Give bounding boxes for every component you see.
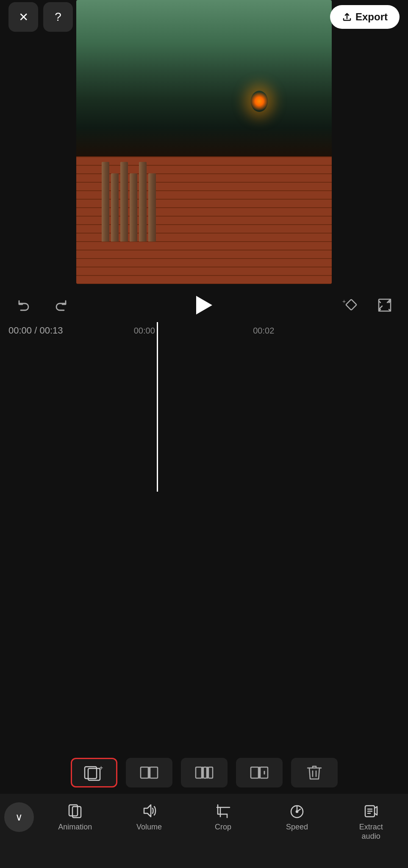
clip-add-icon: + [84, 764, 104, 781]
split-right-button[interactable] [236, 758, 283, 787]
close-button[interactable]: ✕ [8, 2, 38, 32]
extract-audio-icon [363, 802, 380, 819]
trash-icon [307, 765, 322, 781]
time-mark-1: 00:00 [134, 326, 155, 336]
fence [102, 128, 191, 242]
chevron-down-icon: ∨ [15, 811, 23, 823]
split-left-button[interactable] [126, 758, 172, 787]
header: ✕ ? Export [0, 0, 408, 34]
speed-label: Speed [286, 823, 308, 832]
split-left-icon [140, 765, 158, 780]
bottom-nav: ∨ Animation Volume [0, 794, 408, 868]
time-mark-2: 00:02 [253, 326, 274, 336]
speed-icon [289, 802, 305, 819]
fence-post [120, 162, 128, 242]
split-right-icon [250, 765, 269, 780]
fence-post [148, 173, 156, 242]
help-icon: ? [55, 10, 61, 24]
nav-item-volume[interactable]: Volume [132, 802, 166, 832]
clip-add-tool-button[interactable]: + [71, 758, 117, 787]
redo-button[interactable] [51, 295, 72, 316]
lantern-glow [251, 91, 268, 112]
undo-redo-controls [13, 295, 72, 316]
svg-text:+: + [342, 298, 346, 305]
play-button[interactable] [192, 292, 217, 318]
time-marks: 00:00 00:02 [0, 326, 408, 336]
crop-icon [214, 802, 231, 819]
view-controls: + [340, 295, 395, 316]
nav-item-animation[interactable]: Animation [58, 802, 92, 832]
playback-controls: + [0, 288, 408, 322]
export-label: Export [355, 11, 388, 23]
timeline-header: 00:00 / 00:13 00:00 00:02 [0, 322, 408, 339]
nav-items: Animation Volume Crop [38, 802, 408, 841]
undo-icon [16, 298, 31, 313]
svg-rect-14 [251, 767, 258, 778]
export-icon [342, 12, 352, 22]
nav-item-speed[interactable]: Speed [280, 802, 314, 832]
bottom-toolbar: + [0, 754, 408, 792]
keyframe-button[interactable]: + [340, 295, 361, 316]
play-icon [196, 296, 212, 314]
delete-tool-button[interactable] [291, 758, 338, 787]
fence-post [139, 162, 147, 242]
volume-icon [141, 802, 158, 819]
close-icon: ✕ [19, 10, 28, 24]
split-center-button[interactable] [181, 758, 228, 787]
svg-rect-11 [203, 767, 207, 778]
fullscreen-icon [377, 298, 392, 313]
nav-item-extract-audio[interactable]: Extractaudio [354, 802, 388, 841]
svg-marker-22 [144, 805, 151, 817]
animation-icon [67, 802, 83, 819]
nav-item-crop[interactable]: Crop [206, 802, 240, 832]
crop-label: Crop [215, 823, 231, 832]
svg-rect-9 [196, 767, 202, 778]
fence-post [102, 162, 109, 242]
playhead [157, 322, 158, 492]
collapse-button[interactable]: ∨ [4, 802, 34, 832]
svg-rect-6 [141, 767, 148, 778]
timeline-area[interactable]: ⇄ Cover 6.6s + ♪ Add Music [0, 339, 408, 415]
fullscreen-button[interactable] [374, 295, 395, 316]
help-button[interactable]: ? [43, 2, 73, 32]
volume-label: Volume [136, 823, 162, 832]
play-control [192, 292, 217, 318]
svg-rect-13 [208, 767, 213, 778]
redo-icon [54, 298, 69, 313]
svg-rect-8 [150, 767, 158, 778]
extract-audio-label: Extractaudio [359, 823, 383, 841]
fence-post [130, 173, 137, 242]
video-preview [76, 0, 332, 284]
svg-text:+: + [99, 764, 103, 771]
keyframe-icon: + [342, 298, 359, 313]
split-center-icon [195, 765, 214, 780]
export-button[interactable]: Export [330, 5, 400, 29]
svg-point-28 [296, 811, 298, 812]
svg-rect-1 [346, 299, 356, 310]
video-frame [76, 0, 332, 284]
header-left-controls: ✕ ? [8, 2, 73, 32]
fence-post [111, 173, 119, 242]
undo-button[interactable] [13, 295, 34, 316]
animation-label: Animation [58, 823, 92, 832]
